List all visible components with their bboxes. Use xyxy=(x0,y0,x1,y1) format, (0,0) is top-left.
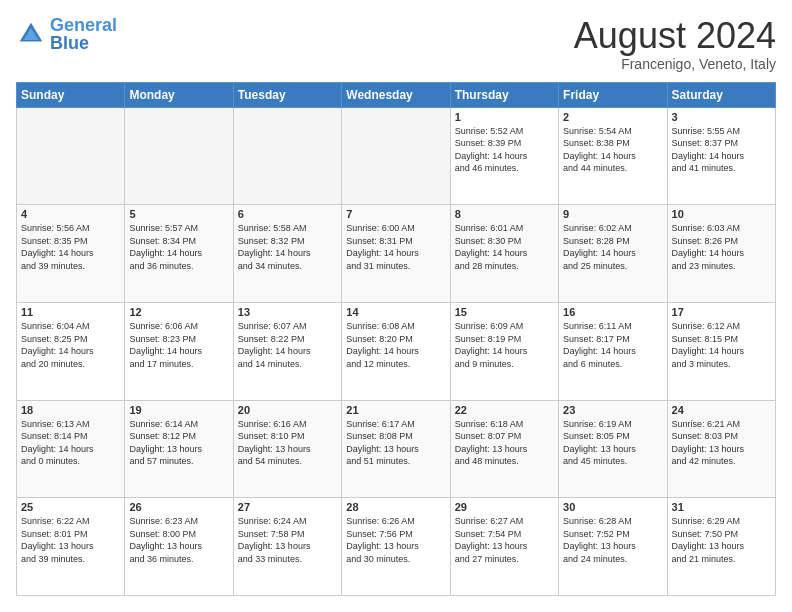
day-info: Sunrise: 6:13 AM Sunset: 8:14 PM Dayligh… xyxy=(21,418,120,468)
day-info: Sunrise: 6:16 AM Sunset: 8:10 PM Dayligh… xyxy=(238,418,337,468)
day-info: Sunrise: 6:17 AM Sunset: 8:08 PM Dayligh… xyxy=(346,418,445,468)
day-number: 15 xyxy=(455,306,554,318)
header: General Blue August 2024 Francenigo, Ven… xyxy=(16,16,776,72)
day-info: Sunrise: 6:12 AM Sunset: 8:15 PM Dayligh… xyxy=(672,320,771,370)
day-number: 22 xyxy=(455,404,554,416)
day-number: 13 xyxy=(238,306,337,318)
day-info: Sunrise: 5:58 AM Sunset: 8:32 PM Dayligh… xyxy=(238,222,337,272)
logo-icon xyxy=(16,19,46,49)
calendar-cell-w2-d7: 10Sunrise: 6:03 AM Sunset: 8:26 PM Dayli… xyxy=(667,205,775,303)
day-info: Sunrise: 6:11 AM Sunset: 8:17 PM Dayligh… xyxy=(563,320,662,370)
day-number: 7 xyxy=(346,208,445,220)
calendar-cell-w4-d3: 20Sunrise: 6:16 AM Sunset: 8:10 PM Dayli… xyxy=(233,400,341,498)
calendar-cell-w3-d1: 11Sunrise: 6:04 AM Sunset: 8:25 PM Dayli… xyxy=(17,302,125,400)
day-number: 6 xyxy=(238,208,337,220)
calendar-cell-w5-d1: 25Sunrise: 6:22 AM Sunset: 8:01 PM Dayli… xyxy=(17,498,125,596)
calendar-cell-w1-d5: 1Sunrise: 5:52 AM Sunset: 8:39 PM Daylig… xyxy=(450,107,558,205)
day-number: 21 xyxy=(346,404,445,416)
logo: General Blue xyxy=(16,16,117,52)
col-sunday: Sunday xyxy=(17,82,125,107)
day-info: Sunrise: 6:06 AM Sunset: 8:23 PM Dayligh… xyxy=(129,320,228,370)
calendar-cell-w3-d4: 14Sunrise: 6:08 AM Sunset: 8:20 PM Dayli… xyxy=(342,302,450,400)
day-number: 8 xyxy=(455,208,554,220)
calendar-cell-w4-d2: 19Sunrise: 6:14 AM Sunset: 8:12 PM Dayli… xyxy=(125,400,233,498)
calendar-cell-w4-d4: 21Sunrise: 6:17 AM Sunset: 8:08 PM Dayli… xyxy=(342,400,450,498)
col-monday: Monday xyxy=(125,82,233,107)
calendar-cell-w5-d5: 29Sunrise: 6:27 AM Sunset: 7:54 PM Dayli… xyxy=(450,498,558,596)
day-info: Sunrise: 5:56 AM Sunset: 8:35 PM Dayligh… xyxy=(21,222,120,272)
calendar-cell-w1-d2 xyxy=(125,107,233,205)
day-number: 11 xyxy=(21,306,120,318)
logo-text-line2: Blue xyxy=(50,34,117,52)
day-info: Sunrise: 6:02 AM Sunset: 8:28 PM Dayligh… xyxy=(563,222,662,272)
week-row-4: 18Sunrise: 6:13 AM Sunset: 8:14 PM Dayli… xyxy=(17,400,776,498)
calendar-cell-w4-d7: 24Sunrise: 6:21 AM Sunset: 8:03 PM Dayli… xyxy=(667,400,775,498)
day-number: 31 xyxy=(672,501,771,513)
day-info: Sunrise: 6:29 AM Sunset: 7:50 PM Dayligh… xyxy=(672,515,771,565)
day-number: 14 xyxy=(346,306,445,318)
day-number: 3 xyxy=(672,111,771,123)
day-info: Sunrise: 6:07 AM Sunset: 8:22 PM Dayligh… xyxy=(238,320,337,370)
day-info: Sunrise: 6:22 AM Sunset: 8:01 PM Dayligh… xyxy=(21,515,120,565)
page: General Blue August 2024 Francenigo, Ven… xyxy=(0,0,792,612)
day-number: 28 xyxy=(346,501,445,513)
logo-text-line1: General xyxy=(50,16,117,34)
day-number: 4 xyxy=(21,208,120,220)
calendar-cell-w2-d2: 5Sunrise: 5:57 AM Sunset: 8:34 PM Daylig… xyxy=(125,205,233,303)
calendar-header-row: Sunday Monday Tuesday Wednesday Thursday… xyxy=(17,82,776,107)
day-number: 24 xyxy=(672,404,771,416)
day-number: 17 xyxy=(672,306,771,318)
calendar-cell-w3-d2: 12Sunrise: 6:06 AM Sunset: 8:23 PM Dayli… xyxy=(125,302,233,400)
col-thursday: Thursday xyxy=(450,82,558,107)
day-info: Sunrise: 6:00 AM Sunset: 8:31 PM Dayligh… xyxy=(346,222,445,272)
day-info: Sunrise: 6:28 AM Sunset: 7:52 PM Dayligh… xyxy=(563,515,662,565)
day-number: 2 xyxy=(563,111,662,123)
day-info: Sunrise: 6:27 AM Sunset: 7:54 PM Dayligh… xyxy=(455,515,554,565)
calendar-cell-w4-d5: 22Sunrise: 6:18 AM Sunset: 8:07 PM Dayli… xyxy=(450,400,558,498)
calendar-cell-w1-d4 xyxy=(342,107,450,205)
calendar-cell-w5-d7: 31Sunrise: 6:29 AM Sunset: 7:50 PM Dayli… xyxy=(667,498,775,596)
col-friday: Friday xyxy=(559,82,667,107)
day-info: Sunrise: 6:04 AM Sunset: 8:25 PM Dayligh… xyxy=(21,320,120,370)
calendar-cell-w2-d1: 4Sunrise: 5:56 AM Sunset: 8:35 PM Daylig… xyxy=(17,205,125,303)
day-number: 30 xyxy=(563,501,662,513)
calendar-table: Sunday Monday Tuesday Wednesday Thursday… xyxy=(16,82,776,596)
day-number: 18 xyxy=(21,404,120,416)
calendar-cell-w2-d5: 8Sunrise: 6:01 AM Sunset: 8:30 PM Daylig… xyxy=(450,205,558,303)
day-info: Sunrise: 5:57 AM Sunset: 8:34 PM Dayligh… xyxy=(129,222,228,272)
col-wednesday: Wednesday xyxy=(342,82,450,107)
day-number: 1 xyxy=(455,111,554,123)
week-row-2: 4Sunrise: 5:56 AM Sunset: 8:35 PM Daylig… xyxy=(17,205,776,303)
calendar-cell-w1-d7: 3Sunrise: 5:55 AM Sunset: 8:37 PM Daylig… xyxy=(667,107,775,205)
week-row-5: 25Sunrise: 6:22 AM Sunset: 8:01 PM Dayli… xyxy=(17,498,776,596)
calendar-cell-w1-d1 xyxy=(17,107,125,205)
calendar-cell-w4-d1: 18Sunrise: 6:13 AM Sunset: 8:14 PM Dayli… xyxy=(17,400,125,498)
calendar-cell-w2-d3: 6Sunrise: 5:58 AM Sunset: 8:32 PM Daylig… xyxy=(233,205,341,303)
day-info: Sunrise: 6:01 AM Sunset: 8:30 PM Dayligh… xyxy=(455,222,554,272)
title-block: August 2024 Francenigo, Veneto, Italy xyxy=(574,16,776,72)
day-number: 25 xyxy=(21,501,120,513)
day-info: Sunrise: 5:55 AM Sunset: 8:37 PM Dayligh… xyxy=(672,125,771,175)
day-number: 9 xyxy=(563,208,662,220)
day-info: Sunrise: 6:18 AM Sunset: 8:07 PM Dayligh… xyxy=(455,418,554,468)
calendar-cell-w1-d6: 2Sunrise: 5:54 AM Sunset: 8:38 PM Daylig… xyxy=(559,107,667,205)
day-number: 23 xyxy=(563,404,662,416)
calendar-cell-w5-d6: 30Sunrise: 6:28 AM Sunset: 7:52 PM Dayli… xyxy=(559,498,667,596)
day-number: 12 xyxy=(129,306,228,318)
day-info: Sunrise: 6:14 AM Sunset: 8:12 PM Dayligh… xyxy=(129,418,228,468)
calendar-cell-w4-d6: 23Sunrise: 6:19 AM Sunset: 8:05 PM Dayli… xyxy=(559,400,667,498)
week-row-1: 1Sunrise: 5:52 AM Sunset: 8:39 PM Daylig… xyxy=(17,107,776,205)
day-number: 20 xyxy=(238,404,337,416)
day-number: 29 xyxy=(455,501,554,513)
calendar-cell-w3-d7: 17Sunrise: 6:12 AM Sunset: 8:15 PM Dayli… xyxy=(667,302,775,400)
day-info: Sunrise: 5:54 AM Sunset: 8:38 PM Dayligh… xyxy=(563,125,662,175)
day-info: Sunrise: 6:21 AM Sunset: 8:03 PM Dayligh… xyxy=(672,418,771,468)
day-number: 5 xyxy=(129,208,228,220)
calendar-cell-w3-d5: 15Sunrise: 6:09 AM Sunset: 8:19 PM Dayli… xyxy=(450,302,558,400)
calendar-cell-w3-d6: 16Sunrise: 6:11 AM Sunset: 8:17 PM Dayli… xyxy=(559,302,667,400)
col-tuesday: Tuesday xyxy=(233,82,341,107)
day-number: 26 xyxy=(129,501,228,513)
calendar-cell-w1-d3 xyxy=(233,107,341,205)
day-info: Sunrise: 6:19 AM Sunset: 8:05 PM Dayligh… xyxy=(563,418,662,468)
subtitle: Francenigo, Veneto, Italy xyxy=(574,56,776,72)
